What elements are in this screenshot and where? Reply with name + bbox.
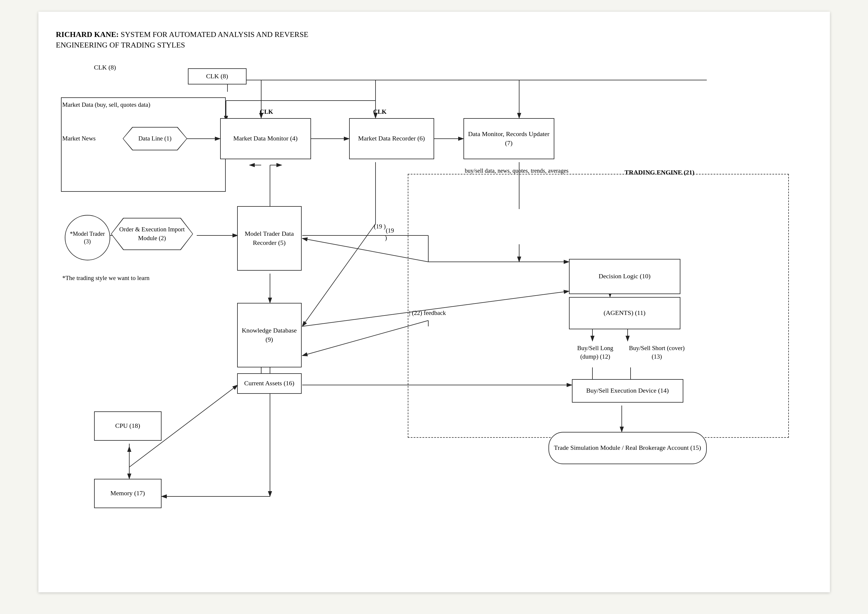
model-trader-box: *Model Trader (3): [65, 215, 110, 260]
buysell-execution-box: Buy/Sell Execution Device (14): [572, 379, 683, 403]
order-execution-box: Order & Execution Import Module (2): [112, 219, 192, 250]
svg-text:(19: (19: [386, 227, 394, 234]
page: RICHARD KANE: SYSTEM FOR AUTOMATED ANALY…: [39, 12, 830, 592]
svg-text:CLK: CLK: [373, 108, 387, 115]
cpu-box: CPU (18): [94, 411, 161, 441]
model-trader-recorder-box: Model Trader Data Recorder (5): [237, 206, 302, 271]
buysell-data-label: buy/sell data, news, quotes, trends, ave…: [465, 167, 569, 175]
buysell-short-label: Buy/Sell Short (cover) (13): [628, 344, 686, 361]
page-title: RICHARD KANE: SYSTEM FOR AUTOMATED ANALY…: [56, 29, 812, 51]
agents-box: (AGENTS) (11): [569, 297, 680, 329]
market-data-recorder-box: Market Data Recorder (6): [349, 118, 434, 159]
svg-line-30: [302, 224, 375, 326]
market-data-monitor-box: Market Data Monitor (4): [220, 118, 311, 159]
memory-box: Memory (17): [94, 479, 161, 508]
current-assets-box: Current Assets (16): [237, 373, 302, 394]
svg-text:CLK: CLK: [260, 108, 273, 115]
diagram: CLK CLK (20): [56, 62, 812, 575]
knowledge-database-box: Knowledge Database (9): [237, 303, 302, 367]
clk8-label: CLK (8): [94, 63, 116, 72]
market-data-info: Market Data (buy, sell, quotes data): [62, 101, 150, 109]
buysell-long-label: Buy/Sell Long (dump) (12): [569, 344, 622, 361]
data-line-box: Data Line (1): [123, 127, 187, 150]
note19-label: (19 ): [374, 222, 386, 231]
trade-simulation-box: Trade Simulation Module / Real Brokerage…: [549, 432, 707, 464]
data-monitor-records-box: Data Monitor, Records Updater (7): [463, 118, 554, 159]
decision-logic-box: Decision Logic (10): [569, 259, 680, 294]
note22-label: | (22) feedback: [409, 309, 446, 317]
author: RICHARD KANE:: [56, 30, 119, 39]
market-news-info: Market News: [62, 134, 96, 143]
trading-engine-label: TRADING ENGINE (21): [625, 168, 694, 177]
svg-text:): ): [385, 234, 387, 241]
clk8-box: CLK (8): [188, 68, 246, 84]
model-trader-note: *The trading style we want to learn: [62, 274, 149, 283]
